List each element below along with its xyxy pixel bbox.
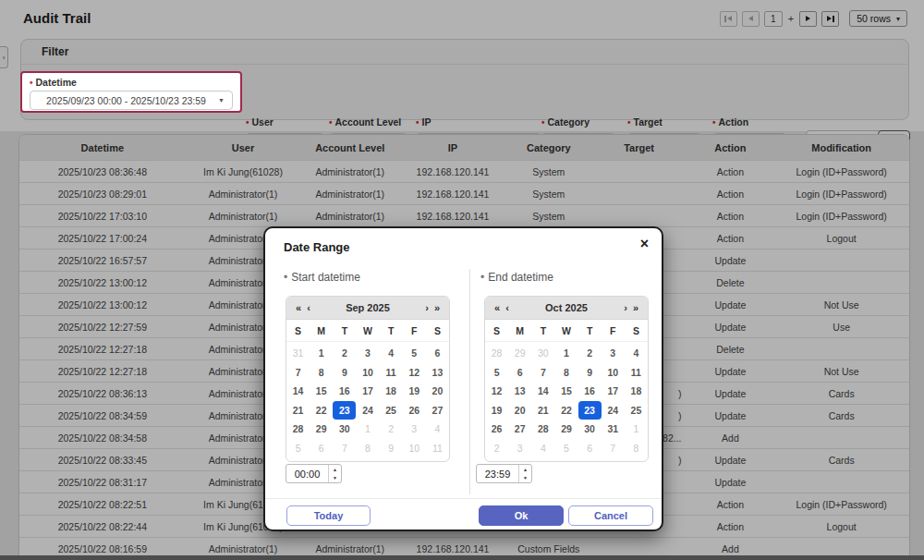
calendar-day[interactable]: 4: [531, 439, 554, 458]
calendar-day[interactable]: 1: [356, 420, 379, 439]
calendar-day[interactable]: 15: [554, 382, 578, 401]
calendar-day[interactable]: 22: [554, 401, 578, 420]
calendar-day[interactable]: 18: [625, 382, 648, 401]
close-icon[interactable]: ×: [640, 237, 649, 251]
next-month-icon[interactable]: ›: [422, 303, 432, 313]
calendar-day[interactable]: 14: [286, 382, 310, 401]
calendar-day[interactable]: 28: [485, 344, 508, 363]
calendar-day[interactable]: 3: [403, 420, 426, 439]
spin-down-icon[interactable]: ▼: [519, 474, 531, 483]
calendar-day[interactable]: 3: [602, 344, 625, 363]
calendar-day[interactable]: 20: [426, 382, 449, 401]
calendar-day[interactable]: 6: [508, 363, 531, 383]
calendar-day[interactable]: 1: [310, 344, 333, 363]
calendar-day[interactable]: 11: [426, 439, 449, 458]
calendar-day[interactable]: 10: [602, 363, 625, 383]
calendar-day[interactable]: 5: [554, 439, 578, 458]
calendar-day[interactable]: 30: [578, 420, 602, 439]
calendar-day[interactable]: 8: [554, 363, 578, 383]
calendar-day[interactable]: 19: [403, 382, 426, 401]
datetime-filter-select[interactable]: 2025/09/23 00:00 - 2025/10/23 23:59 ▼: [30, 91, 233, 110]
calendar-day[interactable]: 30: [333, 420, 356, 439]
calendar-day[interactable]: 11: [625, 363, 648, 383]
calendar-day[interactable]: 29: [554, 420, 578, 439]
end-time-input[interactable]: 23:59 ▲ ▼: [476, 464, 532, 483]
calendar-day[interactable]: 29: [508, 344, 531, 363]
calendar-day[interactable]: 2: [485, 439, 508, 458]
calendar-day[interactable]: 3: [508, 439, 531, 458]
calendar-day[interactable]: 7: [286, 363, 310, 383]
calendar-day[interactable]: 12: [485, 382, 508, 401]
calendar-day-selected[interactable]: 23: [333, 401, 356, 420]
calendar-day[interactable]: 11: [380, 363, 403, 383]
calendar-day[interactable]: 8: [356, 439, 379, 458]
calendar-day[interactable]: 10: [403, 439, 426, 458]
calendar-day[interactable]: 30: [531, 344, 554, 363]
calendar-day[interactable]: 26: [485, 420, 508, 439]
calendar-day-selected[interactable]: 23: [578, 401, 602, 420]
calendar-day[interactable]: 15: [310, 382, 333, 401]
calendar-day[interactable]: 9: [578, 363, 602, 383]
calendar-day[interactable]: 1: [625, 420, 648, 439]
spin-up-icon[interactable]: ▲: [329, 465, 341, 474]
calendar-day[interactable]: 26: [403, 401, 426, 420]
calendar-day[interactable]: 5: [403, 344, 426, 363]
prev-year-icon[interactable]: «: [492, 303, 503, 313]
calendar-day[interactable]: 12: [403, 363, 426, 383]
calendar-day[interactable]: 2: [333, 344, 356, 363]
prev-month-icon[interactable]: ‹: [503, 303, 512, 313]
calendar-day[interactable]: 13: [508, 382, 531, 401]
calendar-day[interactable]: 8: [625, 439, 648, 458]
start-time-input[interactable]: 00:00 ▲ ▼: [286, 464, 342, 483]
calendar-day[interactable]: 10: [356, 363, 379, 383]
calendar-day[interactable]: 13: [426, 363, 449, 383]
calendar-day[interactable]: 27: [508, 420, 531, 439]
calendar-day[interactable]: 21: [531, 401, 554, 420]
calendar-day[interactable]: 3: [356, 344, 379, 363]
calendar-day[interactable]: 18: [380, 382, 403, 401]
calendar-day[interactable]: 20: [508, 401, 531, 420]
calendar-day[interactable]: 6: [310, 439, 333, 458]
calendar-day[interactable]: 25: [625, 401, 648, 420]
calendar-day[interactable]: 9: [333, 363, 356, 383]
calendar-day[interactable]: 21: [286, 401, 310, 420]
today-button[interactable]: Today: [286, 505, 371, 526]
calendar-day[interactable]: 4: [625, 344, 648, 363]
calendar-day[interactable]: 28: [531, 420, 554, 439]
calendar-day[interactable]: 28: [286, 420, 310, 439]
calendar-day[interactable]: 27: [426, 401, 449, 420]
prev-month-icon[interactable]: ‹: [304, 303, 313, 313]
calendar-day[interactable]: 24: [356, 401, 379, 420]
calendar-day[interactable]: 29: [310, 420, 333, 439]
cancel-button[interactable]: Cancel: [568, 505, 653, 526]
ok-button[interactable]: Ok: [479, 505, 564, 526]
calendar-day[interactable]: 9: [380, 439, 403, 458]
calendar-day[interactable]: 4: [380, 344, 403, 363]
next-year-icon[interactable]: »: [432, 303, 443, 313]
spin-up-icon[interactable]: ▲: [519, 465, 531, 474]
calendar-day[interactable]: 6: [578, 439, 602, 458]
calendar-day[interactable]: 16: [333, 382, 356, 401]
next-month-icon[interactable]: ›: [621, 303, 630, 313]
calendar-day[interactable]: 16: [578, 382, 602, 401]
calendar-day[interactable]: 2: [380, 420, 403, 439]
calendar-day[interactable]: 4: [426, 420, 449, 439]
calendar-day[interactable]: 24: [602, 401, 625, 420]
calendar-day[interactable]: 31: [602, 420, 625, 439]
calendar-day[interactable]: 2: [578, 344, 602, 363]
calendar-day[interactable]: 8: [310, 363, 333, 383]
calendar-day[interactable]: 1: [554, 344, 578, 363]
calendar-day[interactable]: 17: [602, 382, 625, 401]
calendar-day[interactable]: 17: [356, 382, 379, 401]
calendar-day[interactable]: 7: [602, 439, 625, 458]
calendar-day[interactable]: 22: [310, 401, 333, 420]
calendar-day[interactable]: 5: [286, 439, 310, 458]
calendar-day[interactable]: 5: [485, 363, 508, 383]
spin-down-icon[interactable]: ▼: [329, 474, 341, 483]
calendar-day[interactable]: 31: [286, 344, 310, 363]
calendar-day[interactable]: 7: [333, 439, 356, 458]
next-year-icon[interactable]: »: [630, 303, 641, 313]
calendar-day[interactable]: 19: [485, 401, 508, 420]
calendar-day[interactable]: 25: [380, 401, 403, 420]
calendar-day[interactable]: 6: [426, 344, 449, 363]
